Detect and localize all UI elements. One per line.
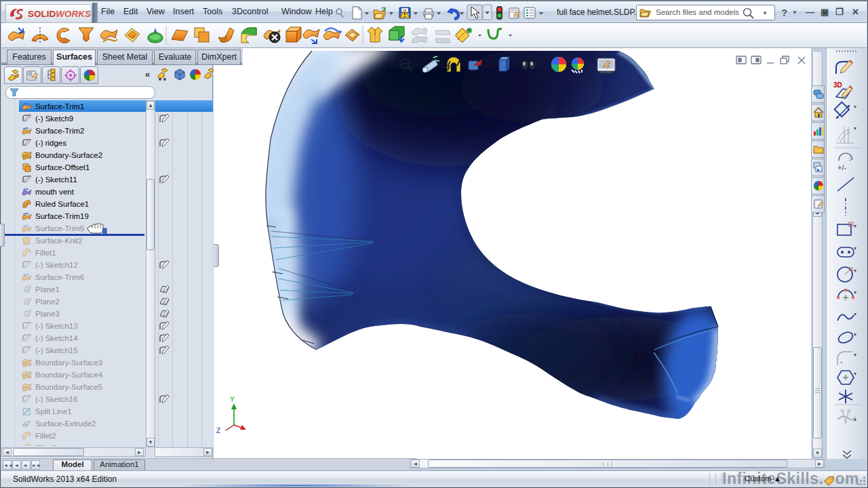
svg-text:Y: Y: [230, 396, 235, 403]
svg-text:3D: 3D: [833, 81, 842, 89]
svg-text:+/-: +/-: [837, 163, 846, 171]
svg-text:Z: Z: [216, 427, 220, 434]
